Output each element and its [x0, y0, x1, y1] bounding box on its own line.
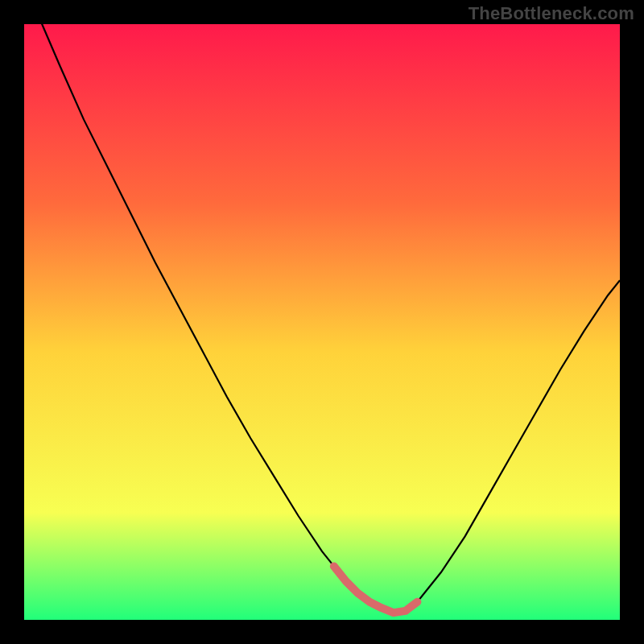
plot-area: [24, 24, 620, 620]
bottleneck-chart: [24, 24, 620, 620]
chart-frame: TheBottleneck.com: [0, 0, 644, 644]
gradient-background: [24, 24, 620, 620]
watermark-text: TheBottleneck.com: [469, 3, 634, 24]
